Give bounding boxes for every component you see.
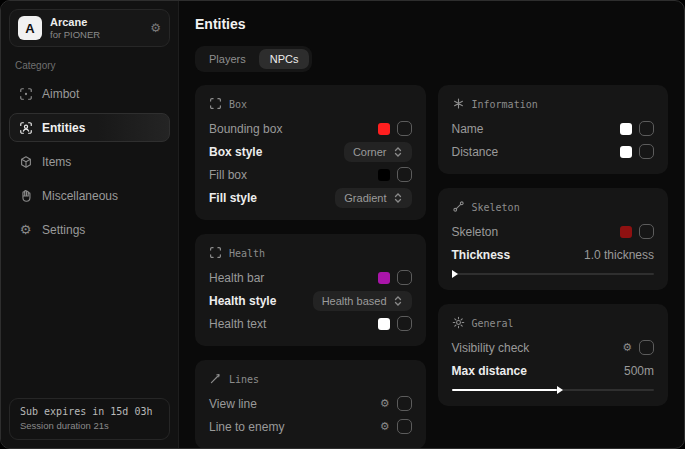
gear-icon[interactable]: ⚙ [380,421,390,432]
app-logo: A [18,16,42,40]
health-bar-color-swatch[interactable] [378,272,390,284]
name-checkbox[interactable] [639,121,654,136]
card-title: Box [229,99,247,110]
tab-npcs[interactable]: NPCs [259,49,310,69]
cards-grid: Box Bounding box Box style Corner [195,85,668,448]
sidebar: A Arcane for PIONER ⚙ Category Aimbot [1,1,179,448]
entities-scan-icon [18,120,33,135]
setting-row: Name [452,117,655,140]
line-to-enemy-checkbox[interactable] [397,419,412,434]
sidebar-item-label: Miscellaneous [42,189,118,203]
fill-style-dropdown[interactable]: Gradient [335,188,411,208]
fill-box-color-swatch[interactable] [378,169,390,181]
health-bar-checkbox[interactable] [397,270,412,285]
setting-row: Skeleton [452,220,655,243]
setting-row: Thickness 1.0 thickness [452,243,655,266]
gear-icon[interactable]: ⚙ [380,398,390,409]
skeleton-color-swatch[interactable] [620,226,632,238]
general-card: General Visibility check ⚙ Max distance … [438,304,669,406]
skeleton-card: Skeleton Skeleton Thickness 1.0 thicknes… [438,188,669,290]
max-distance-slider[interactable] [452,385,655,395]
gear-icon[interactable]: ⚙ [150,22,161,34]
distance-color-swatch[interactable] [620,146,632,158]
session-duration-text: Session duration 21s [20,420,159,431]
row-label: Name [452,122,484,136]
sidebar-item-settings[interactable]: ⚙ Settings [9,215,170,244]
bounding-box-color-swatch[interactable] [378,123,390,135]
aimbot-crosshair-icon [18,86,33,101]
view-line-checkbox[interactable] [397,396,412,411]
sidebar-item-aimbot[interactable]: Aimbot [9,79,170,108]
unfold-icon [393,147,403,157]
row-label: Skeleton [452,225,499,239]
unfold-icon [393,193,403,203]
thickness-slider[interactable] [452,269,655,279]
unfold-icon [393,296,403,306]
visibility-check-checkbox[interactable] [639,340,654,355]
page-title: Entities [195,16,668,32]
sub-expiry-text: Sub expires in 15d 03h [20,406,159,417]
subscription-info: Sub expires in 15d 03h Session duration … [9,398,170,440]
sidebar-item-items[interactable]: Items [9,147,170,176]
health-text-checkbox[interactable] [397,316,412,331]
row-label: Health bar [209,271,264,285]
row-label: Health text [209,317,266,331]
health-style-dropdown[interactable]: Health based [313,291,412,311]
information-card: Information Name Distance [438,85,669,174]
row-label: Health style [209,294,276,308]
app-subtitle: for PIONER [50,29,100,40]
card-title: Skeleton [472,202,520,213]
tab-players[interactable]: Players [198,49,257,69]
fill-box-checkbox[interactable] [397,167,412,182]
gear-icon[interactable]: ⚙ [622,342,632,353]
sidebar-item-miscellaneous[interactable]: Miscellaneous [9,181,170,210]
sidebar-item-label: Aimbot [42,87,79,101]
box-style-dropdown[interactable]: Corner [344,142,412,162]
sidebar-item-entities[interactable]: Entities [9,113,170,142]
row-label: Max distance [452,364,527,378]
dropdown-value: Health based [322,295,387,307]
slider-thumb[interactable] [557,386,563,394]
row-label: Thickness [452,248,511,262]
lines-card: Lines View line ⚙ Line to enemy ⚙ [195,360,426,448]
dropdown-value: Gradient [344,192,386,204]
health-card: Health Health bar Health style Health ba… [195,234,426,346]
dropdown-value: Corner [353,146,387,158]
setting-row: Distance [452,140,655,163]
slider-thumb[interactable] [452,270,458,278]
main-content: Entities Players NPCs Box Bounding box [179,1,684,448]
setting-row: Fill style Gradient [209,186,412,209]
app-name: Arcane [50,16,100,28]
row-label: Bounding box [209,122,282,136]
card-title: General [472,318,514,329]
row-label: Box style [209,145,262,159]
package-box-icon [18,154,33,169]
setting-row: Line to enemy ⚙ [209,415,412,438]
app-meta: Arcane for PIONER [50,16,100,40]
health-text-color-swatch[interactable] [378,318,390,330]
row-label: Distance [452,145,499,159]
card-title: Lines [229,374,259,385]
right-column: Information Name Distance [438,85,669,406]
setting-row: Bounding box [209,117,412,140]
row-label: Line to enemy [209,420,284,434]
tab-group: Players NPCs [195,46,312,72]
skeleton-checkbox[interactable] [639,224,654,239]
sidebar-item-label: Items [42,155,71,169]
name-color-swatch[interactable] [620,123,632,135]
gear-icon: ⚙ [18,222,33,237]
row-label: Fill box [209,168,247,182]
card-title: Health [229,248,265,259]
setting-row: Box style Corner [209,140,412,163]
bounding-box-checkbox[interactable] [397,121,412,136]
corners-icon [209,97,222,112]
sidebar-item-label: Settings [42,223,85,237]
setting-row: Health bar [209,266,412,289]
asterisk-icon [452,97,465,112]
row-label: Fill style [209,191,257,205]
sidebar-item-label: Entities [42,121,85,135]
row-label: Visibility check [452,341,530,355]
distance-checkbox[interactable] [639,144,654,159]
setting-row: View line ⚙ [209,392,412,415]
thickness-value: 1.0 thickness [584,248,654,262]
